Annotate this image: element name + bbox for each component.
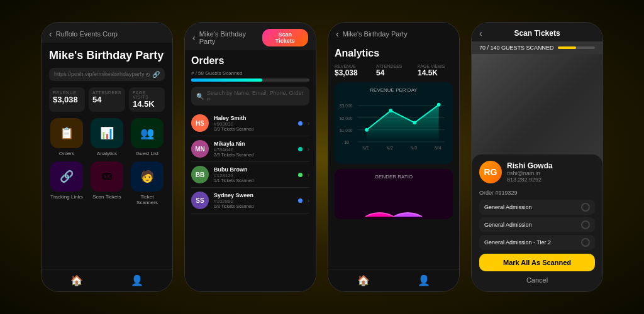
analytics-stat-revenue: REVENUE $3,038 (335, 64, 370, 77)
guestlist-icon-box: 👥 (131, 118, 164, 148)
svg-text:$3,000: $3,000 (340, 104, 353, 108)
analytics-stat-revenue-label: REVENUE (335, 64, 370, 68)
ticketscanners-label: Ticket Scanners (130, 194, 165, 205)
order-item-2[interactable]: BB Bubu Brown #123123 1/1 Tickets Scanne… (191, 162, 309, 188)
svg-text:N/2: N/2 (387, 146, 394, 150)
orders-progress-bg (191, 78, 309, 82)
order-dot-2 (298, 173, 303, 177)
order-item-1[interactable]: MN Mikayla Nin #784646 2/3 Tickets Scann… (191, 136, 309, 162)
ticket-radio-0[interactable] (581, 203, 590, 212)
revenue-chart-box: REVENUE PER DAY $3,000 $2,000 $1,000 $0 (335, 82, 453, 164)
order-arrow-0: › (308, 120, 309, 127)
stat-revenue-label: REVENUE (53, 90, 81, 95)
back-icon-3[interactable]: ‹ (336, 29, 339, 39)
orders-progress-fill (191, 78, 262, 82)
order-item-3[interactable]: SS Sydney Sween #102892 0/3 Tickets Scan… (191, 188, 309, 214)
svg-text:$1,000: $1,000 (340, 128, 353, 133)
guests-scanned-text: # / 58 Guests Scanned (191, 70, 309, 76)
order-info-0: Haley Smith #903839 0/3 Tickets Scanned (214, 115, 293, 131)
stat-pagevisits: PAGE VISITS 14.5K (129, 87, 165, 112)
orders-title: Orders (191, 55, 309, 67)
phone1-body: Mike's Birthday Party https://posh.vip/e… (42, 43, 172, 269)
orders-cell[interactable]: 📋 Orders (49, 118, 84, 156)
analytics-title: Analytics (335, 48, 453, 59)
analytics-stat-pageviews-value: 14.5K (418, 68, 453, 77)
chart-title: REVENUE PER DAY (340, 87, 448, 93)
analytics-stats: REVENUE $3,038 ATTENDEES 54 PAGE VIEWS 1… (335, 64, 453, 77)
tracking-label: Tracking Links (50, 194, 82, 200)
phone-4: ‹ Scan Tickets 70 / 140 GUESTS SCANNED R… (471, 22, 603, 292)
guest-info: Rishi Gowda rishi@nam.in 813.282.9292 (507, 161, 595, 183)
order-dot-3 (298, 198, 303, 203)
phone-3: ‹ Mike's Birthday Party Analytics REVENU… (328, 22, 460, 292)
search-placeholder: Search by Name, Email, Phone, Order # (207, 90, 304, 102)
analytics-cell[interactable]: 📊 Analytics (89, 118, 125, 156)
search-icon: 🔍 (196, 93, 204, 100)
cancel-button[interactable]: Cancel (479, 274, 595, 286)
order-arrow-2: › (308, 171, 309, 178)
scantickets-icon-box: 🎟 (91, 161, 123, 192)
phone3-header-title: Mike's Birthday Party (343, 30, 408, 38)
stat-attendees-label: ATTENDEES (92, 90, 121, 95)
analytics-stat-attendees: ATTENDEES 54 (376, 64, 411, 77)
order-name-3: Sydney Sween (214, 192, 293, 198)
progress-banner: 70 / 140 GUESTS SCANNED (472, 41, 602, 54)
ticketscanners-cell[interactable]: 🧑 Ticket Scanners (130, 161, 165, 205)
icon-grid: 📋 Orders 📊 Analytics 👥 Guest List 🔗 Trac… (49, 118, 165, 205)
svg-text:N/4: N/4 (435, 146, 441, 150)
stats-row: REVENUE $3,038 ATTENDEES 54 PAGE VISITS … (49, 87, 165, 112)
gender-chart-box: GENDER RATIO (335, 169, 453, 219)
guestlist-label: Guest List (136, 151, 158, 156)
gender-chart (356, 182, 431, 217)
revenue-chart-svg: $3,000 $2,000 $1,000 $0 (340, 95, 448, 158)
phone-2: ‹ Mike's Birthday Party Scan Tickets Ord… (184, 22, 316, 292)
home-icon-3[interactable]: 🏠 (357, 274, 370, 286)
phone3-header: ‹ Mike's Birthday Party (328, 23, 459, 43)
scan-tickets-button[interactable]: Scan Tickets (262, 29, 308, 46)
ticketscanners-icon-box: 🧑 (131, 161, 164, 192)
analytics-stat-pageviews-label: PAGE VIEWS (418, 64, 453, 68)
guest-email: rishi@nam.in (507, 170, 595, 176)
ticket-radio-1[interactable] (581, 220, 590, 229)
guest-name: Rishi Gowda (507, 161, 595, 170)
stat-attendees: ATTENDEES 54 (89, 87, 125, 112)
share-icon[interactable]: ⎋ (146, 71, 150, 78)
profile-icon[interactable]: 👤 (131, 274, 143, 286)
stat-pagevisits-value: 14.5K (133, 99, 161, 109)
stat-pagevisits-label: PAGE VISITS (133, 90, 161, 99)
ticket-name-0: General Admission (484, 204, 532, 210)
order-id-0: #903839 (214, 121, 293, 127)
svg-marker-8 (367, 105, 439, 142)
home-icon[interactable]: 🏠 (70, 274, 83, 286)
url-icons: ⎋ 🔗 (146, 71, 160, 78)
phone3-body: Analytics REVENUE $3,038 ATTENDEES 54 PA… (328, 43, 459, 269)
svg-text:$0: $0 (345, 140, 350, 144)
search-box[interactable]: 🔍 Search by Name, Email, Phone, Order # (191, 87, 309, 106)
ticket-item-2: General Admission - Tier 2 (479, 235, 595, 250)
order-item-0[interactable]: HS Haley Smith #903839 0/3 Tickets Scann… (191, 111, 309, 136)
profile-icon-3[interactable]: 👤 (418, 274, 430, 286)
ticket-name-1: General Admission (484, 222, 532, 228)
phone1-header-title: Ruffolo Events Corp (56, 30, 118, 38)
svg-point-9 (365, 128, 369, 132)
back-icon-2[interactable]: ‹ (192, 33, 196, 43)
order-tickets-3: 0/3 Tickets Scanned (214, 204, 293, 208)
ticket-radio-2[interactable] (581, 238, 590, 247)
tracking-cell[interactable]: 🔗 Tracking Links (49, 161, 84, 205)
order-dot-0 (298, 121, 303, 126)
phone2-header: ‹ Mike's Birthday Party Scan Tickets (185, 23, 316, 50)
phone-1: ‹ Ruffolo Events Corp Mike's Birthday Pa… (41, 22, 173, 292)
lock-icon[interactable]: 🔗 (152, 71, 160, 78)
ticket-item-0: General Admission (479, 200, 595, 215)
scantickets-cell[interactable]: 🎟 Scan Tickets (89, 161, 125, 205)
url-bar[interactable]: https://posh.vip/e/mikesbirhdayparty ⎋ 🔗 (49, 68, 165, 81)
mark-all-button[interactable]: Mark All As Scanned (479, 254, 595, 271)
back-icon[interactable]: ‹ (49, 29, 52, 39)
back-icon-4[interactable]: ‹ (479, 28, 482, 38)
phone4-header: ‹ Scan Tickets (472, 23, 602, 41)
order-name-0: Haley Smith (214, 115, 293, 121)
progress-banner-bar (558, 46, 595, 49)
order-tickets-2: 1/1 Tickets Scanned (214, 178, 293, 183)
order-name-2: Bubu Brown (214, 166, 293, 173)
guestlist-cell[interactable]: 👥 Guest List (130, 118, 165, 156)
